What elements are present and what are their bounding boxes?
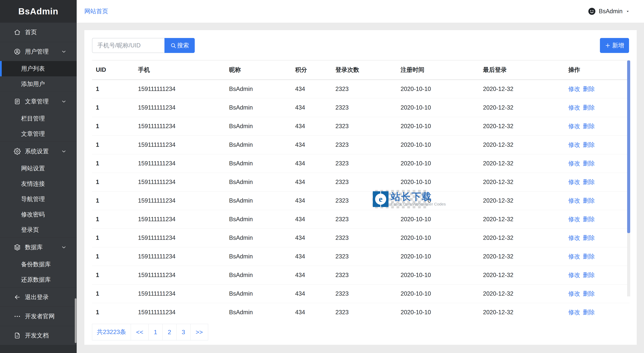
sidebar-item-label: 首页 — [25, 28, 37, 36]
cell-last_login: 2020-12-32 — [479, 284, 564, 303]
edit-link[interactable]: 修改 — [568, 160, 580, 167]
cell-actions: 修改删除 — [564, 210, 630, 228]
sidebar-item-系统设置[interactable]: 系统设置 — [0, 142, 77, 161]
table-row: 1159111111234BsAdmin43423232020-10-10202… — [92, 210, 630, 228]
edit-link[interactable]: 修改 — [568, 234, 580, 241]
sidebar-item-文章管理[interactable]: 文章管理 — [0, 126, 77, 142]
sidebar-item-文章管理[interactable]: 文章管理 — [0, 92, 77, 111]
sidebar-item-登录页[interactable]: 登录页 — [0, 222, 77, 237]
edit-link[interactable]: 修改 — [568, 141, 580, 148]
pagination-next[interactable]: >> — [190, 324, 208, 340]
delete-link[interactable]: 删除 — [583, 123, 595, 130]
edit-link[interactable]: 修改 — [568, 290, 580, 297]
cell-uid: 1 — [92, 154, 134, 173]
edit-link[interactable]: 修改 — [568, 253, 580, 260]
sidebar-item-label: 还原数据库 — [21, 276, 51, 284]
delete-link[interactable]: 删除 — [583, 141, 595, 148]
sidebar-item-数据库[interactable]: 数据库 — [0, 237, 77, 257]
column-header: 登录次数 — [332, 60, 397, 80]
delete-link[interactable]: 删除 — [583, 104, 595, 111]
edit-link[interactable]: 修改 — [568, 309, 580, 315]
sidebar-item-首页[interactable]: 首页 — [0, 23, 77, 42]
delete-link[interactable]: 删除 — [583, 160, 595, 167]
sidebar-item-开发者官网[interactable]: 开发者官网 — [0, 306, 77, 326]
cell-actions: 修改删除 — [564, 303, 630, 318]
cell-nickname: BsAdmin — [225, 228, 291, 247]
column-header: 积分 — [291, 60, 332, 80]
sidebar-menu: 首页用户管理用户列表添加用户文章管理栏目管理文章管理系统设置网站设置友情连接导航… — [0, 23, 77, 345]
sidebar-item-友情连接[interactable]: 友情连接 — [0, 176, 77, 191]
edit-link[interactable]: 修改 — [568, 123, 580, 130]
site-home-link[interactable]: 网站首页 — [84, 7, 108, 15]
cell-actions: 修改删除 — [564, 135, 630, 154]
edit-link[interactable]: 修改 — [568, 216, 580, 223]
caret-down-icon — [626, 9, 630, 14]
search-button[interactable]: 搜索 — [164, 38, 195, 53]
pagination-page-3[interactable]: 3 — [176, 324, 190, 340]
pagination-page-2[interactable]: 2 — [162, 324, 176, 340]
sidebar-item-网站设置[interactable]: 网站设置 — [0, 161, 77, 176]
user-name: BsAdmin — [599, 8, 622, 15]
search-input[interactable] — [92, 38, 164, 53]
table-row: 1159111111234BsAdmin43423232020-10-10202… — [92, 135, 630, 154]
sidebar-item-备份数据库[interactable]: 备份数据库 — [0, 257, 77, 272]
cell-phone: 159111111234 — [134, 98, 225, 117]
cell-nickname: BsAdmin — [225, 154, 291, 173]
cell-registered: 2020-10-10 — [397, 284, 479, 303]
cell-points: 434 — [291, 284, 332, 303]
delete-link[interactable]: 删除 — [583, 179, 595, 185]
user-menu[interactable]: BsAdmin — [588, 8, 630, 15]
logout-icon — [14, 294, 21, 301]
delete-link[interactable]: 删除 — [583, 290, 595, 297]
column-header: 最后登录 — [479, 60, 564, 80]
cell-nickname: BsAdmin — [225, 284, 291, 303]
sidebar-item-导航管理[interactable]: 导航管理 — [0, 191, 77, 207]
cell-phone: 159111111234 — [134, 284, 225, 303]
cell-last_login: 2020-12-32 — [479, 117, 564, 135]
delete-link[interactable]: 删除 — [583, 86, 595, 92]
watermark-text: 站长下载 Easck.Com Webmaster Codes — [391, 192, 446, 206]
sidebar-item-用户管理[interactable]: 用户管理 — [0, 42, 77, 61]
delete-link[interactable]: 删除 — [583, 309, 595, 315]
cell-actions: 修改删除 — [564, 266, 630, 284]
sidebar-item-退出登录[interactable]: 退出登录 — [0, 287, 77, 306]
edit-link[interactable]: 修改 — [568, 104, 580, 111]
search-group: 搜索 — [92, 38, 629, 53]
cell-last_login: 2020-12-32 — [479, 228, 564, 247]
sidebar-item-还原数据库[interactable]: 还原数据库 — [0, 272, 77, 287]
sidebar: BsAdmin 首页用户管理用户列表添加用户文章管理栏目管理文章管理系统设置网站… — [0, 0, 77, 353]
search-icon — [170, 42, 176, 49]
cell-logins: 2323 — [332, 247, 397, 266]
add-button[interactable]: 新增 — [600, 38, 629, 53]
table-scrollbar-thumb[interactable] — [627, 61, 630, 233]
sidebar-item-修改密码[interactable]: 修改密码 — [0, 207, 77, 222]
cell-points: 434 — [291, 266, 332, 284]
cell-logins: 2323 — [332, 98, 397, 117]
sidebar-scrollbar[interactable] — [75, 298, 76, 343]
cell-uid: 1 — [92, 247, 134, 266]
cell-actions: 修改删除 — [564, 191, 630, 210]
cell-points: 434 — [291, 173, 332, 191]
pagination-page-1[interactable]: 1 — [148, 324, 162, 340]
edit-link[interactable]: 修改 — [568, 86, 580, 92]
delete-link[interactable]: 删除 — [583, 234, 595, 241]
sidebar-item-开发文档[interactable]: 开发文档 — [0, 326, 77, 345]
edit-link[interactable]: 修改 — [568, 272, 580, 278]
table-row: 1159111111234BsAdmin43423232020-10-10202… — [92, 266, 630, 284]
cell-logins: 2323 — [332, 117, 397, 135]
delete-link[interactable]: 删除 — [583, 253, 595, 260]
pagination-prev[interactable]: << — [131, 324, 148, 340]
edit-link[interactable]: 修改 — [568, 179, 580, 185]
cell-last_login: 2020-12-32 — [479, 135, 564, 154]
delete-link[interactable]: 删除 — [583, 216, 595, 223]
delete-link[interactable]: 删除 — [583, 197, 595, 204]
sidebar-item-添加用户[interactable]: 添加用户 — [0, 76, 77, 92]
delete-link[interactable]: 删除 — [583, 272, 595, 278]
sidebar-item-label: 系统设置 — [25, 147, 49, 155]
sidebar-item-栏目管理[interactable]: 栏目管理 — [0, 111, 77, 126]
edit-link[interactable]: 修改 — [568, 197, 580, 204]
cell-uid: 1 — [92, 191, 134, 210]
sidebar-item-用户列表[interactable]: 用户列表 — [0, 61, 77, 76]
toolbar: 搜索 新增 — [92, 38, 629, 53]
table-row: 1159111111234BsAdmin43423232020-10-10202… — [92, 284, 630, 303]
